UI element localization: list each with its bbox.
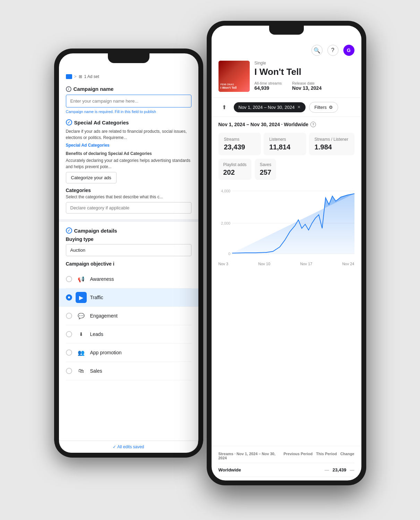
- buying-type-value: Auction: [66, 244, 191, 256]
- engagement-icon: 💬: [76, 310, 87, 321]
- track-type: Single: [255, 61, 354, 66]
- declare-category-input[interactable]: [66, 202, 191, 214]
- streams-stat-card: Streams 23,439: [218, 133, 261, 155]
- campaign-name-title: i Campaign name: [66, 86, 191, 92]
- streams-per-listener-value: 1.984: [315, 143, 349, 151]
- track-meta: Single I Won't Tell All-time streams 64,…: [255, 61, 354, 91]
- campaign-details-section: ✓ Campaign details Buying type Auction C…: [66, 227, 191, 380]
- campaign-details-title: ✓ Campaign details: [66, 227, 191, 234]
- ads-phone: > ⊞ 1 Ad set i Campaign name Campaign na…: [54, 49, 203, 458]
- special-ad-section: ✓ Special Ad Categories Declare if your …: [66, 119, 191, 214]
- objective-awareness[interactable]: 📢 Awareness: [66, 270, 191, 288]
- app-promotion-label: App promotion: [90, 350, 122, 355]
- album-artist-overlay: FEMI ONAS: [221, 83, 237, 86]
- breadcrumb-grid-icon: ⊞: [79, 74, 82, 79]
- campaign-details-check-icon: ✓: [66, 227, 72, 234]
- period-info-icon: ?: [310, 122, 316, 127]
- album-art: FEMI ONAS I Won't Tell: [218, 61, 250, 92]
- traffic-radio[interactable]: [66, 294, 72, 301]
- album-title-overlay: FEMI ONAS I Won't Tell: [221, 83, 237, 90]
- streams-stat-label: Streams: [224, 137, 256, 142]
- saves-value: 257: [260, 168, 271, 176]
- td-change-worldwide: —: [350, 467, 354, 473]
- traffic-label: Traffic: [90, 295, 103, 300]
- search-button[interactable]: 🔍: [311, 45, 323, 56]
- breadcrumb: > ⊞ 1 Ad set: [66, 74, 191, 79]
- chart-area: 4,000 2,000 0: [218, 183, 354, 260]
- header-icons: 🔍 ? G: [311, 45, 354, 56]
- chart-label-nov24: Nov 24: [342, 262, 354, 266]
- streams-per-listener-stat-card: Streams / Listener 1.984: [309, 133, 354, 155]
- campaign-name-section: i Campaign name Campaign name is require…: [66, 86, 191, 114]
- categorize-ads-button[interactable]: Categorize your ads: [66, 172, 117, 183]
- categories-label: Categories: [66, 188, 191, 193]
- section-divider: [59, 219, 198, 222]
- campaign-name-input[interactable]: [66, 95, 191, 107]
- playlist-adds-value: 202: [223, 168, 247, 176]
- date-range-pill[interactable]: Nov 1, 2024 – Nov 30, 2024 ✕: [234, 102, 306, 112]
- awareness-icon: 📢: [76, 274, 87, 285]
- user-avatar[interactable]: G: [343, 45, 354, 56]
- benefits-title: Benefits of declaring Special Ad Categor…: [66, 151, 191, 156]
- date-range-text: Nov 1, 2024 – Nov 30, 2024: [239, 105, 295, 110]
- saved-bar: ✓ All edits saved: [59, 441, 198, 453]
- scene: > ⊞ 1 Ad set i Campaign name Campaign na…: [54, 21, 366, 499]
- filter-icon: ⚙: [329, 105, 333, 110]
- objective-engagement[interactable]: 💬 Engagement: [66, 307, 191, 325]
- objective-leads[interactable]: ⬇ Leads: [66, 325, 191, 344]
- td-prev-worldwide: —: [325, 467, 329, 473]
- playlist-adds-label: Playlist adds: [223, 162, 247, 167]
- special-ad-link[interactable]: Special Ad Categories: [66, 143, 191, 148]
- all-time-streams-label: All-time streams: [255, 81, 282, 85]
- objective-traffic[interactable]: ▶ Traffic: [59, 288, 198, 307]
- awareness-radio[interactable]: [66, 276, 72, 282]
- filters-label: Filters: [314, 105, 326, 110]
- release-date-stat: Release date Nov 13, 2024: [292, 81, 322, 91]
- date-range-close[interactable]: ✕: [297, 105, 301, 110]
- filters-button[interactable]: Filters ⚙: [309, 102, 338, 113]
- album-name-overlay: I Won't Tell: [221, 86, 237, 90]
- sales-radio[interactable]: [66, 368, 72, 374]
- special-ad-check-icon: ✓: [66, 119, 72, 125]
- release-date-value: Nov 13, 2024: [292, 85, 322, 91]
- date-filter-row: ⬆ Nov 1, 2024 – Nov 30, 2024 ✕ Filters ⚙: [212, 97, 361, 117]
- objective-sales[interactable]: 🛍 Sales: [66, 362, 191, 380]
- all-time-streams-value: 64,939: [255, 85, 282, 91]
- ads-phone-screen: > ⊞ 1 Ad set i Campaign name Campaign na…: [59, 53, 198, 453]
- period-heading-text: Nov 1, 2024 – Nov 30, 2024 · Worldwide: [218, 122, 309, 127]
- folder-icon: [66, 74, 72, 79]
- svg-text:0: 0: [228, 252, 230, 256]
- stats-row2: Playlist adds 202 Saves 257: [212, 159, 361, 183]
- leads-radio[interactable]: [66, 331, 72, 337]
- track-info-section: FEMI ONAS I Won't Tell Single I Won't Te…: [212, 61, 361, 97]
- listeners-stat-value: 11,814: [269, 143, 301, 151]
- campaign-name-hint: Campaign name is required. Fill in this …: [66, 110, 191, 114]
- share-button[interactable]: ⬆: [218, 101, 230, 113]
- chart-x-labels: Nov 3 Nov 10 Nov 17 Nov 24: [218, 260, 354, 266]
- td-worldwide: Worldwide: [218, 467, 321, 473]
- engagement-radio[interactable]: [66, 313, 72, 319]
- buying-type-label: Buying type: [66, 236, 191, 242]
- breadcrumb-sep: >: [74, 74, 77, 79]
- leads-label: Leads: [90, 331, 103, 337]
- playlist-adds-card: Playlist adds 202: [218, 159, 251, 180]
- special-ad-body: Declare if your ads are related to finan…: [66, 128, 191, 141]
- ads-screen-content: > ⊞ 1 Ad set i Campaign name Campaign na…: [59, 53, 198, 453]
- chart-label-nov10: Nov 10: [258, 262, 270, 266]
- app-promotion-radio[interactable]: [66, 349, 72, 356]
- spotify-phone-screen: 🔍 ? G FEMI ONAS I Won't Tell Single I Wo…: [212, 26, 361, 480]
- campaign-info-icon: i: [66, 86, 71, 92]
- stats-grid: Streams 23,439 Listeners 11,814 Streams …: [212, 129, 361, 159]
- th-current: This Period: [316, 452, 337, 460]
- track-stats: All-time streams 64,939 Release date Nov…: [255, 81, 354, 91]
- special-ad-title: ✓ Special Ad Categories: [66, 119, 191, 125]
- objective-info-icon: i: [113, 261, 114, 267]
- help-button[interactable]: ?: [327, 45, 338, 56]
- all-time-streams-stat: All-time streams 64,939: [255, 81, 282, 91]
- streams-per-listener-label: Streams / Listener: [315, 137, 349, 142]
- th-prev: Previous Period: [283, 452, 312, 460]
- table-row: Worldwide — 23,439 —: [218, 463, 354, 477]
- th-change: Change: [340, 452, 354, 460]
- engagement-label: Engagement: [90, 313, 118, 319]
- objective-app-promotion[interactable]: 👥 App promotion: [66, 344, 191, 362]
